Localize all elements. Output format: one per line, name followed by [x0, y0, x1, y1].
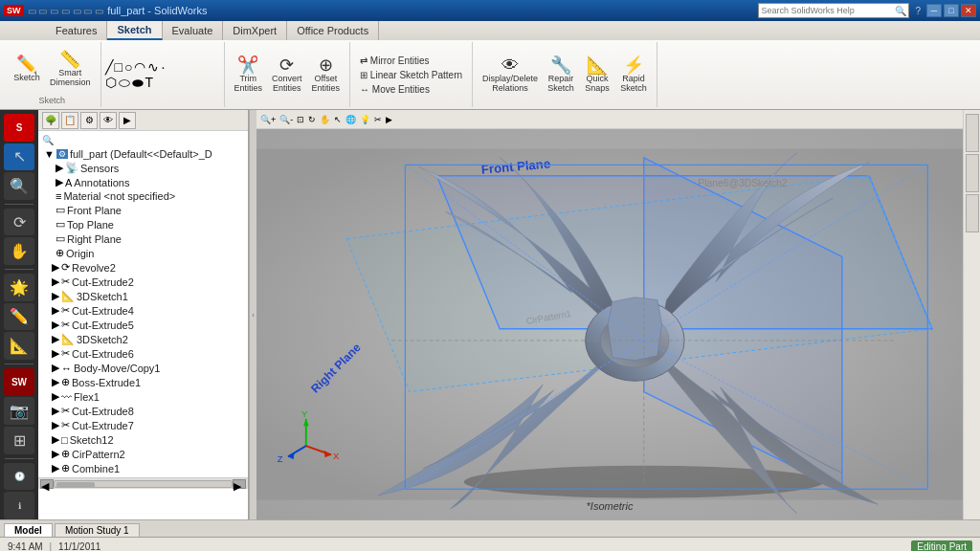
tab-motion-study[interactable]: Motion Study 1 — [55, 523, 140, 537]
sidebar-info-icon[interactable]: ℹ — [4, 492, 34, 519]
vp-section[interactable]: ✂ — [374, 115, 382, 124]
vp-more[interactable]: ▶ — [386, 115, 392, 124]
point-tool[interactable]: · — [161, 59, 165, 75]
smart-dimension-button[interactable]: 📏 SmartDimension — [46, 49, 95, 89]
vp-zoom-out[interactable]: 🔍- — [279, 115, 293, 124]
sidebar-rotate-icon[interactable]: ⟳ — [4, 209, 34, 236]
sidebar-cursor-icon[interactable]: ↖ — [4, 143, 34, 171]
rapid-sketch-button[interactable]: ⚡ RapidSketch — [616, 55, 651, 95]
rp-tasks-btn[interactable] — [966, 154, 979, 192]
tree-item-flex[interactable]: ▶ 〰 Flex1 — [38, 389, 248, 404]
vp-zoom-in[interactable]: 🔍+ — [260, 115, 276, 124]
tree-item-cut-extrude6[interactable]: ▶ ✂ Cut-Extrude6 — [38, 346, 248, 361]
scroll-left-btn[interactable]: ◀ — [40, 479, 54, 489]
tab-office[interactable]: Office Products — [287, 21, 379, 40]
scroll-thumb[interactable] — [56, 482, 95, 488]
rp-appearance-btn[interactable] — [966, 114, 979, 152]
tree-item-cut-extrude5[interactable]: ▶ ✂ Cut-Extrude5 — [38, 318, 248, 332]
tree-item-right-plane[interactable]: ▭ Right Plane — [38, 231, 248, 246]
tab-evaluate[interactable]: Evaluate — [163, 21, 224, 40]
linear-pattern-button[interactable]: ⊞ Linear Sketch Pattern — [356, 69, 466, 81]
tree-display-btn[interactable]: 👁 — [100, 112, 117, 129]
tab-model[interactable]: Model — [4, 523, 53, 537]
tab-features[interactable]: Features — [46, 21, 107, 40]
text-tool[interactable]: T — [145, 75, 154, 91]
vp-display[interactable]: 🌐 — [345, 115, 356, 124]
sidebar-sketch2-icon[interactable]: ✏️ — [4, 303, 34, 331]
sidebar-measure-icon[interactable]: 📐 — [4, 332, 34, 360]
sketch-button[interactable]: ✏️ Sketch — [10, 54, 44, 84]
close-button[interactable]: ✕ — [961, 4, 976, 17]
tree-item-combine[interactable]: ▶ ⊕ Combine1 — [38, 461, 248, 475]
help-icon[interactable]: ? — [915, 6, 921, 16]
tree-item-sensors[interactable]: ▶ 📡 Sensors — [38, 161, 248, 175]
search-bar[interactable]: 🔍 — [758, 3, 909, 18]
tree-config-btn[interactable]: ⚙ — [80, 112, 98, 129]
panel-collapse-handle[interactable]: ‹ — [249, 110, 256, 519]
ellipse-tool[interactable]: ⬬ — [132, 75, 144, 91]
convert-button[interactable]: ⟳ ConvertEntities — [268, 55, 306, 95]
sidebar-zoom-icon[interactable]: 🔍 — [4, 172, 34, 200]
viewport[interactable]: 🔍+ 🔍- ⊡ ↻ ✋ ↖ 🌐 💡 ✂ ▶ — [256, 110, 963, 519]
display-delete-button[interactable]: 👁 Display/DeleteRelations — [479, 55, 542, 95]
tab-dimxpert[interactable]: DimXpert — [223, 21, 287, 40]
tree-item-material[interactable]: ≡ Material <not specified> — [38, 189, 248, 203]
tree-item-sketch12[interactable]: ▶ □ Sketch12 — [38, 432, 248, 447]
vp-pan[interactable]: ✋ — [320, 115, 330, 124]
trim-button[interactable]: ✂️ TrimEntities — [231, 55, 267, 95]
tree-root-expand[interactable]: ▼ — [44, 148, 55, 160]
rp-resources-btn[interactable] — [966, 194, 979, 232]
tree-item-boss-extrude[interactable]: ▶ ⊕ Boss-Extrude1 — [38, 375, 248, 389]
tree-item-3dsketch1[interactable]: ▶ 📐 3DSketch1 — [38, 289, 248, 303]
scroll-right-btn[interactable]: ▶ — [233, 479, 246, 489]
vp-select[interactable]: ↖ — [334, 115, 342, 124]
tree-item-origin[interactable]: ⊕ Origin — [38, 246, 248, 260]
tree-item-body-move[interactable]: ▶ ↔ Body-Move/Copy1 — [38, 361, 248, 375]
quick-snaps-button[interactable]: 📐 QuickSnaps — [580, 55, 614, 95]
arc-tool[interactable]: ◠ — [134, 59, 145, 75]
tab-sketch[interactable]: Sketch — [107, 21, 162, 40]
sidebar-pan-icon[interactable]: ✋ — [4, 237, 34, 265]
tree-item-top-plane[interactable]: ▭ Top Plane — [38, 217, 248, 231]
sidebar-camera-icon[interactable]: 📷 — [4, 397, 34, 425]
slot-tool[interactable]: ⬭ — [119, 75, 130, 91]
tree-item-annotations[interactable]: ▶ A Annotations — [38, 175, 248, 189]
tree-item-revolve2[interactable]: ▶ ⟳ Revolve2 — [38, 260, 248, 275]
tree-item-cut-extrude8[interactable]: ▶ ✂ Cut-Extrude8 — [38, 404, 248, 418]
vp-fit[interactable]: ⊡ — [297, 115, 304, 124]
scroll-track[interactable] — [54, 480, 233, 488]
tree-item-cut-extrude7[interactable]: ▶ ✂ Cut-Extrude7 — [38, 418, 248, 432]
cut5-icon: ✂ — [61, 319, 70, 331]
tree-root[interactable]: ▼ ⚙ full_part (Default<<Default>_D — [38, 147, 248, 161]
sidebar-solidworks-icon[interactable]: S — [4, 114, 34, 142]
tree-item-cirpattern[interactable]: ▶ ⊕ CirPattern2 — [38, 447, 248, 461]
tree-item-3dsketch2[interactable]: ▶ 📐 3DSketch2 — [38, 332, 248, 346]
repair-sketch-button[interactable]: 🔧 RepairSketch — [544, 55, 578, 95]
mirror-button[interactable]: ⇄ Mirror Entities — [356, 55, 466, 67]
vp-light[interactable]: 💡 — [360, 115, 370, 124]
offset-button[interactable]: ⊕ OffsetEntities — [308, 55, 345, 95]
tree-props-btn[interactable]: 📋 — [61, 112, 78, 129]
tree-scrollbar[interactable]: ◀ ▶ — [38, 477, 248, 489]
tree-feature-btn[interactable]: 🌳 — [42, 112, 59, 129]
tree-item-cut-extrude2[interactable]: ▶ ✂ Cut-Extrude2 — [38, 275, 248, 289]
tree-more-btn[interactable]: ▶ — [119, 112, 136, 129]
move-entities-button[interactable]: ↔ Move Entities — [356, 83, 466, 96]
polygon-tool[interactable]: ⬡ — [105, 75, 117, 91]
vp-rotate[interactable]: ↻ — [308, 115, 316, 124]
tree-search-icon[interactable]: 🔍 — [38, 133, 248, 147]
spline-tool[interactable]: ∿ — [147, 59, 159, 75]
minimize-button[interactable]: ─ — [926, 4, 942, 17]
sidebar-red-icon[interactable]: SW — [4, 368, 34, 396]
sidebar-feature-icon[interactable]: 🌟 — [4, 274, 34, 301]
viewport-3d[interactable]: Front Plane Right Plane Plane6@3DSketch2… — [256, 129, 963, 519]
search-input[interactable] — [759, 4, 893, 17]
tree-item-cut-extrude4[interactable]: ▶ ✂ Cut-Extrude4 — [38, 303, 248, 318]
circle-tool[interactable]: ○ — [124, 59, 132, 75]
line-tool[interactable]: ╱ — [105, 59, 113, 75]
restore-button[interactable]: □ — [944, 4, 959, 17]
search-icon[interactable]: 🔍 — [893, 6, 908, 16]
tree-item-front-plane[interactable]: ▭ Front Plane — [38, 203, 248, 217]
sidebar-layers-icon[interactable]: ⊞ — [4, 427, 34, 454]
rect-tool[interactable]: □ — [115, 59, 122, 75]
